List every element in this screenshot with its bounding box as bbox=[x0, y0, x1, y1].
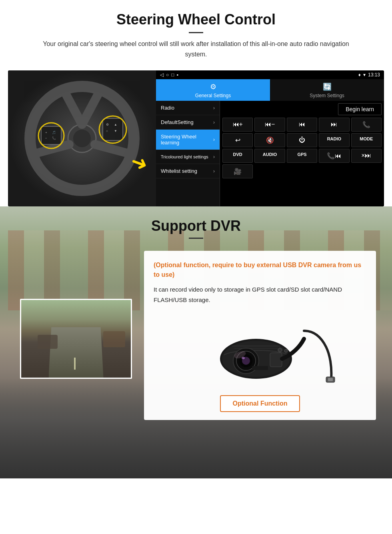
nav-recents-icon: □ bbox=[171, 72, 174, 78]
control-grid: ⏮+ ⏮− ⏮ ⏭ 📞 ↩ 🔇 ⏻ RADIO MODE DVD AUDIO G… bbox=[222, 118, 382, 178]
menu-radio-arrow: › bbox=[213, 105, 215, 111]
nav-home-icon: ○ bbox=[166, 72, 169, 78]
ctrl-gps[interactable]: GPS bbox=[287, 149, 317, 163]
ctrl-call-prev[interactable]: 📞⏮ bbox=[319, 149, 349, 163]
svg-point-6 bbox=[73, 130, 91, 147]
steering-wheel-svg: + − 🎵 📞 ⚙ ▲ ○ ▼ bbox=[22, 78, 142, 198]
ctrl-mode[interactable]: MODE bbox=[351, 133, 382, 147]
svg-point-29 bbox=[278, 348, 282, 352]
dvr-camera-svg bbox=[184, 315, 336, 387]
system-settings-icon: 🔄 bbox=[323, 82, 332, 91]
menu-steering-arrow: › bbox=[213, 137, 215, 142]
android-status-bar: ◁ ○ □ ▪ ♦ ▾ 13:13 bbox=[156, 70, 384, 79]
menu-left: Radio › DefaultSetting › Steering Wheel … bbox=[156, 101, 220, 206]
ctrl-radio[interactable]: RADIO bbox=[319, 133, 349, 147]
general-settings-icon: ⚙ bbox=[210, 82, 216, 91]
optional-function-container: Optional Function bbox=[154, 395, 366, 412]
svg-rect-7 bbox=[41, 126, 61, 144]
steering-subtitle: Your original car's steering wheel contr… bbox=[32, 39, 360, 59]
ctrl-next[interactable]: ⏭ bbox=[319, 118, 349, 132]
svg-point-30 bbox=[284, 349, 288, 352]
steering-section-header: Steering Wheel Control Your original car… bbox=[0, 0, 392, 63]
dvr-title: Support DVR bbox=[24, 218, 368, 234]
ctrl-vol-up[interactable]: ⏮+ bbox=[222, 118, 253, 132]
ctrl-mute[interactable]: 🔇 bbox=[254, 133, 285, 147]
svg-rect-20 bbox=[328, 378, 333, 381]
svg-text:📞: 📞 bbox=[52, 136, 56, 140]
steering-photo: + − 🎵 📞 ⚙ ▲ ○ ▼ ➜ bbox=[8, 70, 156, 206]
ctrl-prev[interactable]: ⏮ bbox=[287, 118, 317, 132]
tab-system-label: System Settings bbox=[310, 93, 344, 98]
ctrl-camera[interactable]: 🎥 bbox=[222, 164, 253, 178]
ctrl-back[interactable]: ↩ bbox=[222, 133, 253, 147]
menu-area: Radio › DefaultSetting › Steering Wheel … bbox=[156, 101, 384, 206]
steering-divider bbox=[189, 32, 203, 33]
dvr-section-header: Support DVR bbox=[0, 206, 392, 243]
svg-rect-32 bbox=[252, 366, 268, 370]
android-panel: ◁ ○ □ ▪ ♦ ▾ 13:13 ⚙ General Settings 🔄 S… bbox=[156, 70, 384, 206]
menu-steering-label: Steering Wheel learning bbox=[161, 134, 213, 146]
svg-line-5 bbox=[95, 144, 132, 154]
svg-text:−: − bbox=[45, 136, 47, 140]
wifi-icon: ▾ bbox=[363, 72, 366, 78]
dvr-left bbox=[16, 299, 136, 379]
dvr-lane-marking bbox=[74, 358, 76, 370]
ctrl-vol-down[interactable]: ⏮− bbox=[254, 118, 285, 132]
dvr-content: (Optional function, require to buy exter… bbox=[0, 243, 392, 443]
nav-menu-icon: ▪ bbox=[177, 72, 178, 78]
dvr-description: It can record video only to storage in G… bbox=[154, 284, 366, 305]
optional-function-button[interactable]: Optional Function bbox=[220, 395, 300, 412]
menu-whitelist-arrow: › bbox=[213, 168, 215, 174]
tab-general-settings[interactable]: ⚙ General Settings bbox=[156, 79, 270, 101]
ctrl-call[interactable]: 📞 bbox=[351, 118, 382, 132]
nav-back-icon: ◁ bbox=[160, 72, 164, 78]
menu-item-default[interactable]: DefaultSetting › bbox=[156, 115, 220, 130]
svg-rect-28 bbox=[270, 353, 282, 367]
svg-text:▲: ▲ bbox=[114, 123, 117, 126]
menu-tricoloured-arrow: › bbox=[213, 154, 215, 160]
ctrl-end-next[interactable]: ×⏭ bbox=[351, 149, 382, 163]
steering-demo-block: + − 🎵 📞 ⚙ ▲ ○ ▼ ➜ ◁ ○ □ ▪ bbox=[8, 70, 384, 206]
dvr-info-card: (Optional function, require to buy exter… bbox=[144, 251, 376, 420]
svg-line-4 bbox=[32, 144, 69, 154]
menu-item-whitelist[interactable]: Whitelist setting › bbox=[156, 164, 220, 178]
dvr-vehicle-2 bbox=[103, 331, 125, 347]
settings-tabs: ⚙ General Settings 🔄 System Settings bbox=[156, 79, 384, 101]
menu-item-steering[interactable]: Steering Wheel learning › bbox=[156, 130, 220, 150]
svg-text:⚙: ⚙ bbox=[106, 123, 109, 126]
status-time: 13:13 bbox=[368, 72, 380, 78]
svg-line-3 bbox=[82, 94, 98, 124]
menu-default-label: DefaultSetting bbox=[161, 119, 194, 125]
dvr-screenshot bbox=[20, 299, 132, 379]
ctrl-dvd[interactable]: DVD bbox=[222, 149, 253, 163]
dvr-divider bbox=[189, 238, 203, 239]
steering-photo-inner: + − 🎵 📞 ⚙ ▲ ○ ▼ ➜ bbox=[8, 70, 156, 206]
menu-radio-label: Radio bbox=[161, 105, 174, 111]
dvr-section: Support DVR (Optional function, require … bbox=[0, 206, 392, 478]
svg-text:🎵: 🎵 bbox=[52, 130, 56, 134]
ctrl-audio[interactable]: AUDIO bbox=[254, 149, 285, 163]
dvr-vehicle-1 bbox=[38, 335, 58, 349]
menu-item-tricoloured[interactable]: Tricoloured light settings › bbox=[156, 150, 220, 164]
svg-text:+: + bbox=[45, 131, 47, 134]
ctrl-power[interactable]: ⏻ bbox=[287, 133, 317, 147]
tab-system-settings[interactable]: 🔄 System Settings bbox=[270, 79, 384, 101]
signal-icon: ♦ bbox=[358, 72, 361, 78]
menu-tricoloured-label: Tricoloured light settings bbox=[161, 154, 208, 159]
svg-text:○: ○ bbox=[106, 129, 108, 133]
menu-whitelist-label: Whitelist setting bbox=[161, 168, 197, 174]
svg-text:▼: ▼ bbox=[114, 129, 117, 133]
dvr-optional-text: (Optional function, require to buy exter… bbox=[154, 260, 366, 280]
menu-right: Begin learn ⏮+ ⏮− ⏮ ⏭ 📞 ↩ 🔇 ⏻ RADIO MODE… bbox=[220, 101, 384, 206]
steering-title: Steering Wheel Control bbox=[24, 11, 368, 28]
tab-general-label: General Settings bbox=[195, 93, 231, 98]
begin-learn-row: Begin learn bbox=[222, 103, 382, 115]
dvr-camera-illustration bbox=[154, 313, 366, 389]
begin-learn-button[interactable]: Begin learn bbox=[338, 103, 382, 115]
menu-default-arrow: › bbox=[213, 120, 215, 125]
menu-item-radio[interactable]: Radio › bbox=[156, 101, 220, 115]
